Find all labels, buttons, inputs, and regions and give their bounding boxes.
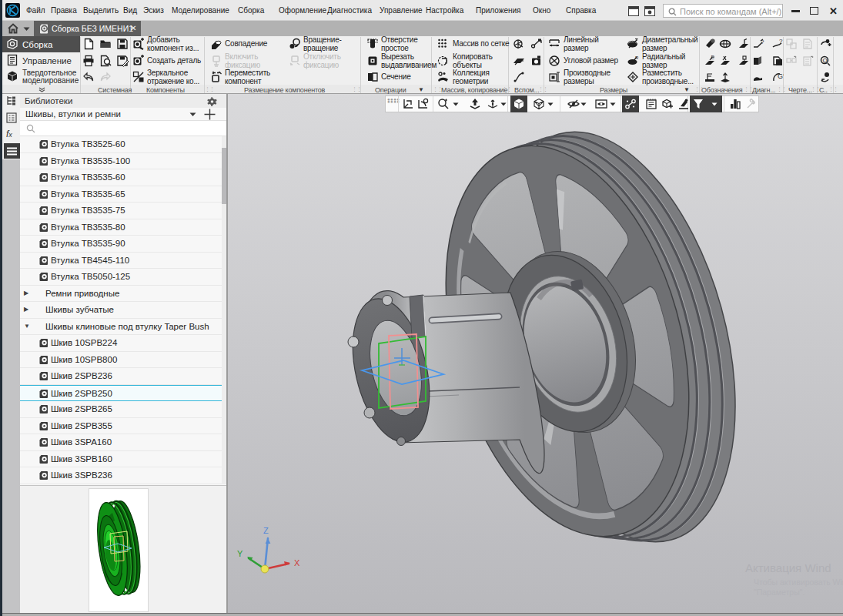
svg-text:X: X — [294, 558, 300, 567]
svg-text:Активация Wind: Активация Wind — [745, 561, 831, 574]
svg-text:Y: Y — [237, 549, 243, 558]
svg-text:Q: Q — [823, 57, 828, 64]
svg-text:R: R — [635, 55, 639, 60]
svg-text:E: E — [711, 55, 715, 60]
svg-text:?: ? — [761, 38, 764, 45]
svg-text:G?: G? — [778, 72, 784, 80]
svg-text:Чтобы активировать Wind: Чтобы активировать Wind — [754, 578, 843, 587]
svg-text:Z: Z — [263, 526, 269, 535]
svg-text:?: ? — [779, 38, 783, 45]
svg-text:"Параметры".: "Параметры". — [754, 588, 805, 597]
